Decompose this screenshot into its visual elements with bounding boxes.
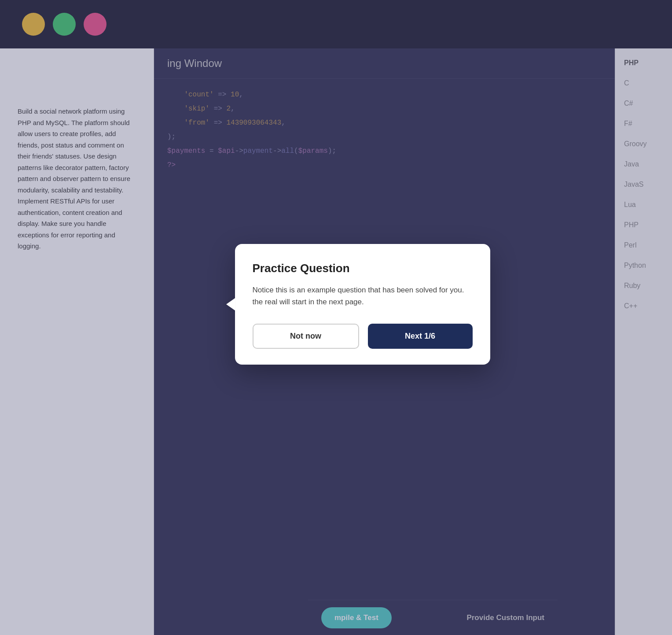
not-now-button[interactable]: Not now [253,324,359,349]
dialog-actions: Not now Next 1/6 [253,324,473,349]
next-button[interactable]: Next 1/6 [368,324,473,349]
dialog-title: Practice Question [253,262,473,275]
dialog-overlay: Practice Question Notice this is an exam… [0,0,672,635]
practice-question-dialog: Practice Question Notice this is an exam… [235,244,490,365]
dialog-body: Notice this is an example question that … [253,284,473,308]
